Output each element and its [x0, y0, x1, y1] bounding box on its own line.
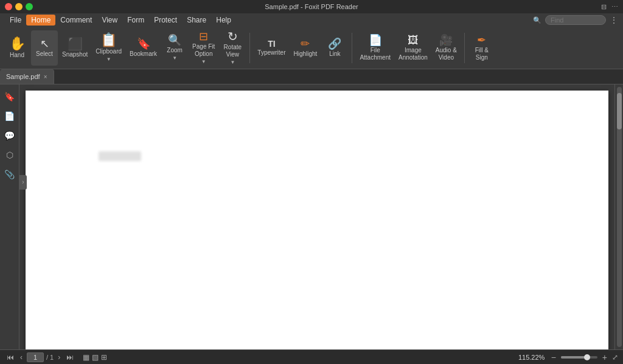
page-layout-icon[interactable]: ▦: [83, 353, 89, 362]
typewriter-button[interactable]: TI Typewriter: [254, 30, 289, 66]
fill-sign-icon: ✒: [477, 35, 486, 46]
two-pages-icon[interactable]: ▧: [92, 353, 99, 362]
sidebar-comments-icon[interactable]: 💬: [2, 128, 17, 143]
menu-view[interactable]: View: [97, 15, 122, 26]
rotate-view-button[interactable]: ↻ Rotate View ▼: [219, 30, 246, 66]
zoom-icon: 🔍: [168, 35, 181, 46]
close-button[interactable]: [5, 3, 12, 10]
toolbar-group-sign: ✒ Fill & Sign: [468, 30, 495, 66]
pdf-content-placeholder: [99, 151, 141, 161]
minimize-button[interactable]: [15, 3, 23, 10]
link-button[interactable]: 🔗 Link: [321, 30, 348, 66]
image-annotation-label: Image Annotation: [399, 47, 428, 61]
pdf-viewer[interactable]: [19, 84, 614, 349]
zoom-button[interactable]: 🔍 Zoom ▼: [161, 30, 188, 66]
right-scrollbar: [614, 84, 623, 349]
fill-sign-button[interactable]: ✒ Fill & Sign: [468, 30, 495, 66]
hand-label: Hand: [10, 52, 24, 59]
fullscreen-button[interactable]: ⤢: [612, 353, 618, 362]
menu-bar: File Home Comment View Form Protect Shar…: [0, 13, 623, 27]
page-total: / 1: [46, 354, 54, 361]
scrollbar-thumb[interactable]: [617, 93, 622, 129]
select-tool-button[interactable]: ↖ Select: [31, 30, 58, 66]
highlight-button[interactable]: ✏ Highlight: [290, 30, 321, 66]
image-annotation-button[interactable]: 🖼 Image Annotation: [395, 30, 431, 66]
search-icon: 🔍: [533, 16, 541, 24]
menu-form[interactable]: Form: [122, 15, 149, 26]
page-number-input[interactable]: [27, 352, 44, 362]
zoom-arrow: ▼: [172, 55, 177, 61]
nav-prev-button[interactable]: ‹: [18, 353, 24, 362]
menu-file[interactable]: File: [5, 15, 26, 26]
zoom-controls: 115.22% − + ⤢: [517, 352, 618, 362]
menu-share[interactable]: Share: [182, 15, 211, 26]
bookmark-icon: 🔖: [137, 38, 150, 49]
file-attachment-label: File Attachment: [360, 47, 391, 61]
nav-first-button[interactable]: ⏮: [5, 353, 16, 362]
nav-next-button[interactable]: ›: [56, 353, 62, 362]
sidebar-attachments-icon[interactable]: 📎: [2, 167, 17, 182]
more-menu-icon[interactable]: ⋮: [610, 15, 618, 25]
sidebar-collapse-handle[interactable]: ›: [19, 175, 27, 190]
sidebar-pages-icon[interactable]: 📄: [2, 109, 17, 123]
zoom-slider-fill: [561, 356, 585, 359]
zoom-in-button[interactable]: +: [601, 352, 608, 362]
menu-protect[interactable]: Protect: [149, 15, 182, 26]
audio-video-icon: 🎥: [439, 35, 453, 46]
menu-help[interactable]: Help: [211, 15, 236, 26]
select-label: Select: [36, 50, 53, 58]
toolbar: ✋ Hand ↖ Select ⬛ Snapshot 📋 Clipboard ▼…: [0, 27, 623, 69]
toolbar-group-annotate: TI Typewriter ✏ Highlight 🔗 Link: [254, 30, 348, 66]
sidebar-layers-icon[interactable]: ⬡: [2, 148, 17, 162]
sidebar-toggle-icon[interactable]: ⊟: [601, 3, 607, 11]
grid-view-icon[interactable]: ⊞: [101, 353, 107, 362]
toolbar-group-insert: 📄 File Attachment 🖼 Image Annotation 🎥 A…: [356, 30, 460, 66]
content-area: [19, 84, 614, 349]
clipboard-button[interactable]: 📋 Clipboard ▼: [92, 30, 125, 66]
scrollbar-track[interactable]: [617, 87, 622, 347]
bookmark-label: Bookmark: [130, 50, 157, 58]
title-bar-icons: ⊟ ⋯: [601, 3, 618, 11]
page-fit-label: Page Fit Option: [192, 43, 215, 58]
clipboard-icon: 📋: [100, 33, 117, 47]
menu-comment[interactable]: Comment: [55, 15, 97, 26]
audio-video-label: Audio & Video: [436, 47, 457, 61]
pdf-tab[interactable]: Sample.pdf ×: [0, 69, 54, 84]
bookmark-button[interactable]: 🔖 Bookmark: [126, 30, 161, 66]
zoom-out-button[interactable]: −: [550, 352, 557, 362]
link-label: Link: [329, 50, 340, 58]
typewriter-label: Typewriter: [257, 49, 285, 57]
more-options-icon[interactable]: ⋯: [611, 3, 618, 11]
tab-close-button[interactable]: ×: [44, 74, 47, 80]
tab-label: Sample.pdf: [6, 73, 40, 80]
maximize-button[interactable]: [26, 3, 33, 10]
left-sidebar: 🔖 📄 💬 ⬡ 📎: [0, 84, 19, 349]
select-icon: ↖: [40, 38, 49, 49]
snapshot-label: Snapshot: [62, 51, 88, 58]
file-attachment-icon: 📄: [369, 35, 382, 46]
snapshot-tool-button[interactable]: ⬛ Snapshot: [58, 30, 91, 66]
clipboard-arrow: ▼: [106, 57, 111, 62]
menu-home[interactable]: Home: [26, 15, 55, 26]
status-bar: ⏮ ‹ / 1 › ⏭ ▦ ▧ ⊞ 115.22% − + ⤢: [0, 349, 623, 364]
page-fit-icon: ⊟: [199, 31, 208, 42]
highlight-icon: ✏: [301, 38, 310, 49]
toolbar-divider-1: [249, 33, 250, 63]
audio-video-button[interactable]: 🎥 Audio & Video: [432, 30, 461, 66]
hand-icon: ✋: [9, 37, 26, 50]
zoom-slider[interactable]: [561, 356, 597, 359]
clipboard-label: Clipboard: [96, 48, 122, 55]
title-bar: Sample.pdf - Foxit PDF Reader ⊟ ⋯: [0, 0, 623, 13]
sidebar-bookmark-icon[interactable]: 🔖: [2, 89, 17, 104]
highlight-label: Highlight: [293, 50, 317, 58]
link-icon: 🔗: [328, 38, 341, 49]
file-attachment-button[interactable]: 📄 File Attachment: [356, 30, 394, 66]
search-input[interactable]: [545, 15, 606, 25]
page-fit-option-button[interactable]: ⊟ Page Fit Option ▼: [189, 30, 218, 66]
hand-tool-button[interactable]: ✋ Hand: [4, 30, 30, 66]
nav-last-button[interactable]: ⏭: [64, 353, 75, 362]
zoom-slider-thumb[interactable]: [584, 354, 590, 360]
typewriter-icon: TI: [268, 39, 275, 48]
page-fit-arrow: ▼: [201, 59, 206, 64]
fill-sign-label: Fill & Sign: [475, 47, 489, 61]
